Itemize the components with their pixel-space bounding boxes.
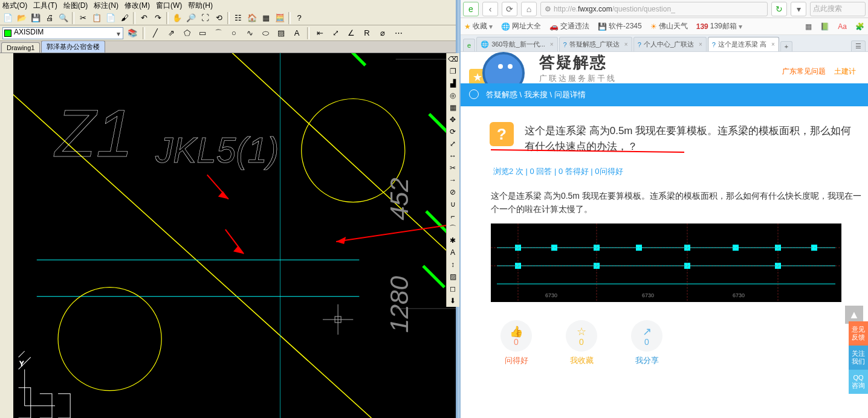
close-icon[interactable]: × xyxy=(624,41,628,48)
zoom-win-icon[interactable]: ⛶ xyxy=(198,11,212,25)
close-icon[interactable]: × xyxy=(771,41,775,48)
action-good-question[interactable]: 👍0 问得好 xyxy=(500,320,532,366)
cut-icon[interactable]: ✂ xyxy=(76,11,89,25)
redo-icon[interactable]: ↷ xyxy=(151,11,164,25)
layer-dropdown[interactable]: AXISDIM ▾ xyxy=(2,27,123,39)
dropdown-icon[interactable]: ▾ xyxy=(791,2,806,16)
dim-aligned-icon[interactable]: ⤢ xyxy=(329,27,342,40)
bookmark-item[interactable]: 139139邮箱▾ xyxy=(696,21,742,31)
move-icon[interactable]: ✥ xyxy=(447,114,459,126)
rect-icon[interactable]: ▭ xyxy=(196,27,209,40)
close-icon[interactable]: × xyxy=(699,41,702,48)
zoom-rt-icon[interactable]: 🔎 xyxy=(184,11,198,25)
block-icon[interactable]: ◻ xyxy=(447,283,459,295)
follow-button[interactable]: 关注我们 xyxy=(849,346,868,370)
undo-icon[interactable]: ↶ xyxy=(137,11,151,25)
menu-item[interactable]: 标注(N) xyxy=(94,1,118,11)
mirror-icon[interactable]: ▟ xyxy=(447,77,459,89)
tool-palette-icon[interactable]: ▦ xyxy=(259,11,273,25)
ext-icon[interactable]: Aa xyxy=(838,22,847,31)
reload-icon[interactable]: ⟳ xyxy=(502,2,517,16)
tab-list-icon[interactable]: ☰ xyxy=(851,40,866,51)
dim-linear-icon[interactable]: ⇤ xyxy=(313,27,326,40)
bookmark-item[interactable]: ☀佛山天气 xyxy=(650,21,688,31)
trim-icon[interactable]: ✂ xyxy=(447,162,459,174)
menu-item[interactable]: 格式(O) xyxy=(2,1,27,11)
properties-icon[interactable]: ☷ xyxy=(232,11,245,25)
help-icon[interactable]: ? xyxy=(293,11,306,25)
calc-icon[interactable]: 🧮 xyxy=(273,11,287,25)
save-icon[interactable]: 💾 xyxy=(29,11,42,25)
line-icon[interactable]: ╱ xyxy=(149,27,162,40)
cad-viewport[interactable]: Z1 JKL5(1) 452 1280 Y xyxy=(0,53,459,418)
bookmark-item[interactable]: 💾软件-2345 xyxy=(598,21,642,31)
scale-icon[interactable]: ⤢ xyxy=(447,138,459,150)
erase-icon[interactable]: ⌫ xyxy=(447,53,459,65)
paste-icon[interactable]: 📄 xyxy=(104,11,117,25)
polyline-icon[interactable]: ⇗ xyxy=(164,27,178,40)
stretch-icon[interactable]: ↔ xyxy=(447,150,459,162)
zoom-prev-icon[interactable]: ⟲ xyxy=(212,11,225,25)
join-icon[interactable]: ∪ xyxy=(447,198,459,210)
ext-icon[interactable]: ▦ xyxy=(805,22,812,31)
menu-item[interactable]: 绘图(D) xyxy=(63,1,88,11)
designcenter-icon[interactable]: 🏠 xyxy=(245,11,259,25)
address-bar[interactable]: ⚙ http://e.fwxgx.com/question/question_ xyxy=(540,2,768,16)
text-icon[interactable]: A xyxy=(290,27,303,40)
sync-icon[interactable]: ↻ xyxy=(771,2,787,16)
action-share[interactable]: ↗0 我分享 xyxy=(631,320,662,366)
copy-icon[interactable]: 📋 xyxy=(90,11,103,25)
break-icon[interactable]: ⊘ xyxy=(447,186,459,198)
explode-icon[interactable]: ✱ xyxy=(447,234,459,246)
pan-icon[interactable]: ✋ xyxy=(170,11,184,25)
new-tab-button[interactable]: + xyxy=(780,41,792,51)
browser-tab[interactable]: 🌐360导航_新一代...× xyxy=(476,37,557,51)
menu-item[interactable]: 工具(T) xyxy=(33,1,57,11)
fillet-icon[interactable]: ⌒ xyxy=(447,222,459,234)
rotate-icon[interactable]: ⟳ xyxy=(447,126,459,138)
array-icon[interactable]: ▦ xyxy=(447,101,459,114)
doc-tab[interactable]: 郭泽基办公宿舍楼 xyxy=(41,40,105,53)
chamfer-icon[interactable]: ⌐ xyxy=(447,210,459,222)
top-link[interactable]: 广东常见问题 xyxy=(782,66,826,77)
copy-obj-icon[interactable]: ❐ xyxy=(447,65,459,77)
browser-tab[interactable]: ?答疑解惑_广联达× xyxy=(559,37,632,51)
dim-continue-icon[interactable]: ⋯ xyxy=(392,27,405,40)
polygon-icon[interactable]: ⬠ xyxy=(180,27,193,40)
back-icon[interactable]: ‹ xyxy=(482,2,498,16)
hatch-icon[interactable]: ▨ xyxy=(274,27,288,40)
text-edit-icon[interactable]: A xyxy=(447,246,459,259)
dim-radius-icon[interactable]: R xyxy=(360,27,374,40)
open-icon[interactable]: 📂 xyxy=(15,11,28,25)
bookmark-item[interactable]: 🚗交通违法 xyxy=(549,21,589,31)
menu-item[interactable]: 修改(M) xyxy=(125,1,150,11)
search-box[interactable]: 点此搜索 xyxy=(810,2,866,16)
top-link[interactable]: 土建计 xyxy=(834,66,856,77)
hatch-edit-icon[interactable]: ▨ xyxy=(447,271,459,283)
print-icon[interactable]: 🖨 xyxy=(43,11,56,25)
ext-icon[interactable]: 🧩 xyxy=(855,22,864,31)
home-icon[interactable]: ⌂ xyxy=(521,2,537,16)
spline-icon[interactable]: ∿ xyxy=(243,27,256,40)
dim-diameter-icon[interactable]: ⌀ xyxy=(376,27,389,40)
bookmark-item[interactable]: 🌐网址大全 xyxy=(501,21,541,31)
close-icon[interactable]: × xyxy=(550,41,554,48)
dim-angular-icon[interactable]: ∠ xyxy=(345,27,358,40)
new-icon[interactable]: 📄 xyxy=(1,11,15,25)
menu-item[interactable]: 窗口(W) xyxy=(156,1,182,11)
match-icon[interactable]: 🖌 xyxy=(118,11,131,25)
qq-button[interactable]: QQ咨询 xyxy=(849,370,868,394)
bookmark-fav[interactable]: ★收藏▾ xyxy=(464,21,493,31)
extend-icon[interactable]: → xyxy=(447,174,459,186)
ellipse-icon[interactable]: ⬭ xyxy=(259,27,272,40)
feedback-button[interactable]: 意见反馈 xyxy=(849,321,868,346)
preview-icon[interactable]: 🔍 xyxy=(57,11,70,25)
menu-item[interactable]: 帮助(H) xyxy=(188,1,213,11)
insert-icon[interactable]: ⬇ xyxy=(447,295,459,307)
browser-tab[interactable]: ?个人中心_广联达× xyxy=(633,37,707,51)
offset-icon[interactable]: ◎ xyxy=(447,89,459,101)
browser-logo-icon[interactable]: e xyxy=(463,2,479,16)
circle-icon[interactable]: ○ xyxy=(227,27,241,40)
ext-icon[interactable]: 📗 xyxy=(820,22,829,31)
action-favorite[interactable]: ☆0 我收藏 xyxy=(566,320,597,366)
